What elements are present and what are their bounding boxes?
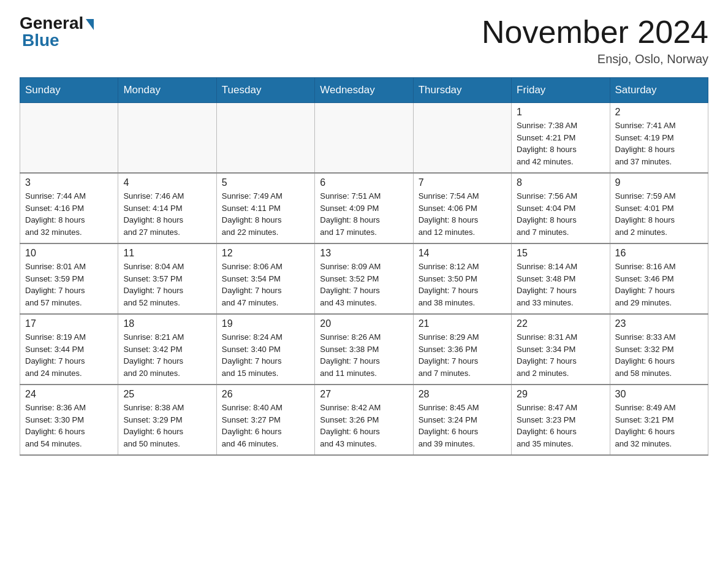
day-info: Sunrise: 8:14 AMSunset: 3:48 PMDaylight:… [517, 261, 604, 308]
day-of-week-header: Wednesday [315, 78, 413, 103]
day-info: Sunrise: 8:19 AMSunset: 3:44 PMDaylight:… [25, 331, 113, 379]
day-number: 17 [25, 318, 113, 329]
calendar-day-cell: 22Sunrise: 8:31 AMSunset: 3:34 PMDayligh… [512, 314, 610, 385]
calendar-day-cell: 6Sunrise: 7:51 AMSunset: 4:09 PMDaylight… [315, 173, 413, 243]
calendar-week-row: 24Sunrise: 8:36 AMSunset: 3:30 PMDayligh… [20, 385, 708, 455]
calendar-day-cell [118, 103, 216, 174]
day-of-week-header: Friday [512, 78, 610, 103]
day-info: Sunrise: 7:51 AMSunset: 4:09 PMDaylight:… [320, 190, 408, 238]
calendar-day-cell: 5Sunrise: 7:49 AMSunset: 4:11 PMDaylight… [216, 173, 314, 243]
calendar-day-cell: 13Sunrise: 8:09 AMSunset: 3:52 PMDayligh… [315, 243, 413, 314]
day-info: Sunrise: 7:44 AMSunset: 4:16 PMDaylight:… [25, 190, 113, 238]
calendar-day-cell: 30Sunrise: 8:49 AMSunset: 3:21 PMDayligh… [610, 385, 708, 455]
calendar-day-cell: 18Sunrise: 8:21 AMSunset: 3:42 PMDayligh… [118, 314, 216, 385]
day-number: 15 [517, 248, 604, 259]
day-info: Sunrise: 8:04 AMSunset: 3:57 PMDaylight:… [123, 261, 211, 308]
calendar-day-cell: 11Sunrise: 8:04 AMSunset: 3:57 PMDayligh… [118, 243, 216, 314]
day-info: Sunrise: 8:31 AMSunset: 3:34 PMDaylight:… [517, 331, 604, 379]
day-info: Sunrise: 8:21 AMSunset: 3:42 PMDaylight:… [123, 331, 211, 379]
day-info: Sunrise: 8:45 AMSunset: 3:24 PMDaylight:… [419, 402, 506, 450]
day-header-row: SundayMondayTuesdayWednesdayThursdayFrid… [20, 78, 708, 103]
logo-blue-text: Blue [22, 31, 59, 50]
calendar-day-cell: 7Sunrise: 7:54 AMSunset: 4:06 PMDaylight… [413, 173, 511, 243]
calendar-day-cell [315, 103, 413, 174]
logo: General Blue [20, 15, 94, 50]
calendar-day-cell: 3Sunrise: 7:44 AMSunset: 4:16 PMDaylight… [20, 173, 118, 243]
day-number: 21 [419, 318, 506, 329]
calendar-day-cell: 12Sunrise: 8:06 AMSunset: 3:54 PMDayligh… [216, 243, 314, 314]
day-number: 11 [123, 248, 211, 259]
day-number: 28 [419, 389, 506, 400]
day-number: 24 [25, 389, 113, 400]
header-right: November 2024 Ensjo, Oslo, Norway [482, 15, 708, 66]
calendar-day-cell: 21Sunrise: 8:29 AMSunset: 3:36 PMDayligh… [413, 314, 511, 385]
day-info: Sunrise: 7:41 AMSunset: 4:19 PMDaylight:… [615, 120, 703, 167]
day-of-week-header: Tuesday [216, 78, 314, 103]
day-number: 10 [25, 248, 113, 259]
calendar-week-row: 17Sunrise: 8:19 AMSunset: 3:44 PMDayligh… [20, 314, 708, 385]
calendar-day-cell: 27Sunrise: 8:42 AMSunset: 3:26 PMDayligh… [315, 385, 413, 455]
day-number: 1 [517, 107, 604, 118]
day-number: 19 [222, 318, 309, 329]
day-info: Sunrise: 8:16 AMSunset: 3:46 PMDaylight:… [615, 261, 703, 308]
day-number: 27 [320, 389, 408, 400]
day-number: 20 [320, 318, 408, 329]
calendar-day-cell: 20Sunrise: 8:26 AMSunset: 3:38 PMDayligh… [315, 314, 413, 385]
calendar-week-row: 3Sunrise: 7:44 AMSunset: 4:16 PMDaylight… [20, 173, 708, 243]
month-year-title: November 2024 [482, 15, 708, 50]
calendar-day-cell: 9Sunrise: 7:59 AMSunset: 4:01 PMDaylight… [610, 173, 708, 243]
day-number: 7 [419, 177, 506, 188]
day-info: Sunrise: 7:59 AMSunset: 4:01 PMDaylight:… [615, 190, 703, 238]
day-number: 5 [222, 177, 309, 188]
calendar-day-cell: 24Sunrise: 8:36 AMSunset: 3:30 PMDayligh… [20, 385, 118, 455]
day-number: 23 [615, 318, 703, 329]
location-text: Ensjo, Oslo, Norway [482, 52, 708, 66]
calendar-day-cell: 4Sunrise: 7:46 AMSunset: 4:14 PMDaylight… [118, 173, 216, 243]
calendar-day-cell: 19Sunrise: 8:24 AMSunset: 3:40 PMDayligh… [216, 314, 314, 385]
day-number: 14 [419, 248, 506, 259]
calendar-header: SundayMondayTuesdayWednesdayThursdayFrid… [20, 78, 708, 103]
calendar-day-cell: 28Sunrise: 8:45 AMSunset: 3:24 PMDayligh… [413, 385, 511, 455]
day-info: Sunrise: 8:01 AMSunset: 3:59 PMDaylight:… [25, 261, 113, 308]
calendar-day-cell: 16Sunrise: 8:16 AMSunset: 3:46 PMDayligh… [610, 243, 708, 314]
day-number: 13 [320, 248, 408, 259]
day-info: Sunrise: 8:33 AMSunset: 3:32 PMDaylight:… [615, 331, 703, 379]
day-of-week-header: Thursday [413, 78, 511, 103]
day-info: Sunrise: 7:54 AMSunset: 4:06 PMDaylight:… [419, 190, 506, 238]
calendar-day-cell: 14Sunrise: 8:12 AMSunset: 3:50 PMDayligh… [413, 243, 511, 314]
calendar-table: SundayMondayTuesdayWednesdayThursdayFrid… [20, 77, 708, 456]
day-number: 12 [222, 248, 309, 259]
calendar-day-cell: 8Sunrise: 7:56 AMSunset: 4:04 PMDaylight… [512, 173, 610, 243]
calendar-body: 1Sunrise: 7:38 AMSunset: 4:21 PMDaylight… [20, 103, 708, 456]
day-info: Sunrise: 8:06 AMSunset: 3:54 PMDaylight:… [222, 261, 309, 308]
day-number: 4 [123, 177, 211, 188]
day-info: Sunrise: 8:42 AMSunset: 3:26 PMDaylight:… [320, 402, 408, 450]
day-number: 22 [517, 318, 604, 329]
day-info: Sunrise: 8:26 AMSunset: 3:38 PMDaylight:… [320, 331, 408, 379]
day-number: 9 [615, 177, 703, 188]
day-number: 18 [123, 318, 211, 329]
calendar-day-cell [413, 103, 511, 174]
day-info: Sunrise: 7:56 AMSunset: 4:04 PMDaylight:… [517, 190, 604, 238]
day-of-week-header: Saturday [610, 78, 708, 103]
calendar-day-cell: 15Sunrise: 8:14 AMSunset: 3:48 PMDayligh… [512, 243, 610, 314]
day-number: 26 [222, 389, 309, 400]
calendar-day-cell: 10Sunrise: 8:01 AMSunset: 3:59 PMDayligh… [20, 243, 118, 314]
day-number: 2 [615, 107, 703, 118]
day-info: Sunrise: 7:46 AMSunset: 4:14 PMDaylight:… [123, 190, 211, 238]
day-number: 3 [25, 177, 113, 188]
day-info: Sunrise: 8:38 AMSunset: 3:29 PMDaylight:… [123, 402, 211, 450]
day-info: Sunrise: 8:40 AMSunset: 3:27 PMDaylight:… [222, 402, 309, 450]
calendar-day-cell: 29Sunrise: 8:47 AMSunset: 3:23 PMDayligh… [512, 385, 610, 455]
day-info: Sunrise: 7:49 AMSunset: 4:11 PMDaylight:… [222, 190, 309, 238]
day-info: Sunrise: 8:12 AMSunset: 3:50 PMDaylight:… [419, 261, 506, 308]
calendar-day-cell: 1Sunrise: 7:38 AMSunset: 4:21 PMDaylight… [512, 103, 610, 174]
day-info: Sunrise: 8:49 AMSunset: 3:21 PMDaylight:… [615, 402, 703, 450]
day-info: Sunrise: 7:38 AMSunset: 4:21 PMDaylight:… [517, 120, 604, 167]
day-of-week-header: Monday [118, 78, 216, 103]
calendar-day-cell: 26Sunrise: 8:40 AMSunset: 3:27 PMDayligh… [216, 385, 314, 455]
day-number: 6 [320, 177, 408, 188]
day-number: 8 [517, 177, 604, 188]
day-info: Sunrise: 8:24 AMSunset: 3:40 PMDaylight:… [222, 331, 309, 379]
day-number: 30 [615, 389, 703, 400]
